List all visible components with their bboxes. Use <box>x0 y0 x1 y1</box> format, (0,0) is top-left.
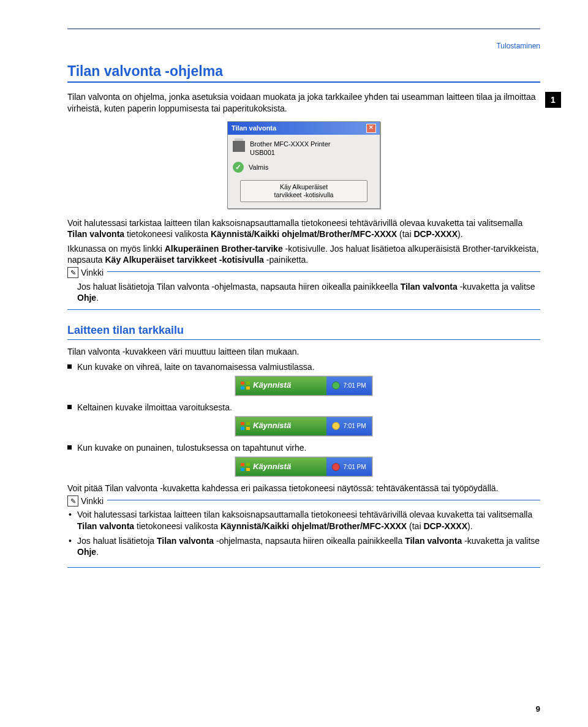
note-label: ✎ Vinkki <box>67 495 107 507</box>
note-body: Jos haluat lisätietoja Tilan valvonta -o… <box>67 281 540 303</box>
taskbar-green: Käynnistä 7:01 PM <box>235 376 372 396</box>
status-dot-yellow <box>332 422 340 430</box>
tray-time: 7:01 PM <box>343 422 366 430</box>
taskbar-red: Käynnistä 7:01 PM <box>235 457 372 477</box>
button-line-2: tarvikkeet -kotisivulla <box>244 191 363 199</box>
chapter-number: 1 <box>545 92 561 108</box>
page: Tulostaminen 1 Tilan valvonta -ohjelma T… <box>0 0 588 727</box>
note-block-2: ✎ Vinkki Voit halutessasi tarkistaa lait… <box>67 500 540 568</box>
taskbar-yellow: Käynnistä 7:01 PM <box>235 416 372 436</box>
system-tray: 7:01 PM <box>326 417 372 435</box>
status-dot-green <box>332 382 340 390</box>
bullet-yellow: Keltainen kuvake ilmoittaa varoituksesta… <box>67 402 540 413</box>
close-icon[interactable]: ✕ <box>366 124 376 133</box>
paragraph-2: Voit halutessasi tarkistaa laitteen tila… <box>67 217 540 239</box>
button-line-1: Käy Alkuperäiset <box>244 183 363 191</box>
paragraph-3: Ikkunassa on myös linkki Alkuperäinen Br… <box>67 243 540 265</box>
check-icon: ✓ <box>233 162 244 173</box>
bullet-green: Kun kuvake on vihreä, laite on tavanomai… <box>67 361 540 372</box>
subheading-monitoring: Laitteen tilan tarkkailu <box>67 323 540 340</box>
note-list-item: Voit halutessasi tarkistaa laitteen tila… <box>77 509 540 531</box>
dialog-status-text: Valmis <box>249 163 268 171</box>
start-button[interactable]: Käynnistä <box>236 458 326 476</box>
supplies-button[interactable]: Käy Alkuperäiset tarvikkeet -kotisivulla <box>240 180 368 202</box>
note-icon: ✎ <box>67 495 78 507</box>
monitoring-intro: Tilan valvonta -kuvakkeen väri muuttuu l… <box>67 346 540 357</box>
note-list-item: Jos haluat lisätietoja Tilan valvonta -o… <box>77 535 540 557</box>
dialog-body-text: Brother MFC-XXXX Printer USB001 <box>250 140 330 157</box>
intro-paragraph: Tilan valvonta on ohjelma, jonka asetuks… <box>67 91 540 113</box>
windows-icon <box>241 422 250 430</box>
start-button[interactable]: Käynnistä <box>236 377 326 395</box>
start-button[interactable]: Käynnistä <box>236 417 326 435</box>
breadcrumb: Tulostaminen <box>67 42 540 51</box>
system-tray: 7:01 PM <box>326 458 372 476</box>
note-list: Voit halutessasi tarkistaa laitteen tila… <box>67 509 540 557</box>
tray-time: 7:01 PM <box>343 382 366 390</box>
bullet-red: Kun kuvake on punainen, tulostuksessa on… <box>67 442 540 453</box>
dialog-titlebar: Tilan valvonta ✕ <box>228 122 380 135</box>
page-number: 9 <box>536 704 540 715</box>
paragraph-keep: Voit pitää Tilan valvonta -kuvaketta kah… <box>67 483 540 494</box>
dialog-status-row: ✓ Valmis <box>228 162 380 175</box>
printer-port: USB001 <box>250 148 330 157</box>
printer-icon <box>233 141 245 152</box>
section-title: Tilan valvonta -ohjelma <box>67 62 540 83</box>
printer-name: Brother MFC-XXXX Printer <box>250 140 330 148</box>
dialog-title: Tilan valvonta <box>232 124 276 132</box>
tray-time: 7:01 PM <box>343 463 366 471</box>
status-monitor-dialog: Tilan valvonta ✕ Brother MFC-XXXX Printe… <box>227 121 380 209</box>
top-rule <box>67 28 540 29</box>
dialog-button-row: Käy Alkuperäiset tarvikkeet -kotisivulla <box>228 175 380 208</box>
status-dot-red <box>332 463 340 471</box>
note-label: ✎ Vinkki <box>67 267 107 278</box>
dialog-body: Brother MFC-XXXX Printer USB001 <box>228 135 380 162</box>
windows-icon <box>241 463 250 471</box>
note-icon: ✎ <box>67 267 78 278</box>
windows-icon <box>241 382 250 390</box>
note-block-1: ✎ Vinkki Jos haluat lisätietoja Tilan va… <box>67 271 540 310</box>
system-tray: 7:01 PM <box>326 377 372 395</box>
